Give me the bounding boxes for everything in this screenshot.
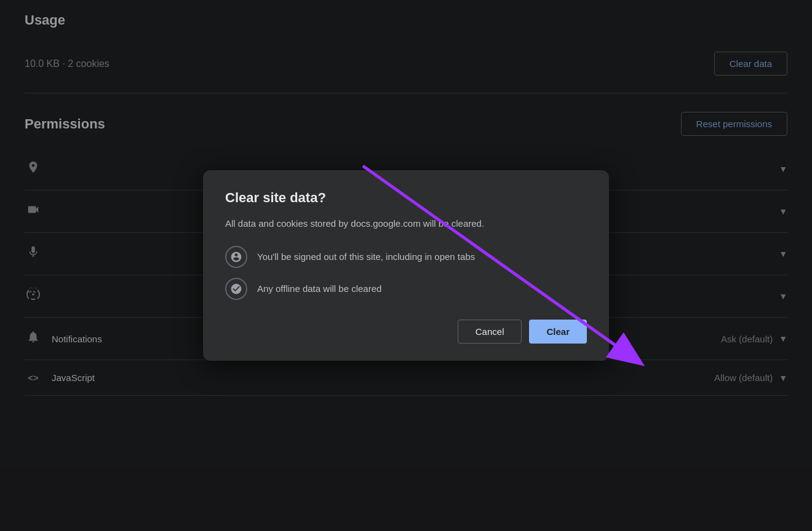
signout-text: You'll be signed out of this site, inclu… [257,251,475,262]
clear-site-data-dialog: Clear site data? All data and cookies st… [203,170,609,361]
clear-button[interactable]: Clear [529,320,587,344]
dialog-actions: Cancel Clear [225,320,587,344]
dialog-list: You'll be signed out of this site, inclu… [225,246,587,300]
offline-icon [225,278,247,300]
dialog-description: All data and cookies stored by docs.goog… [225,217,587,231]
cancel-button[interactable]: Cancel [458,320,522,344]
dialog-title: Clear site data? [225,190,587,206]
signout-icon [225,246,247,268]
dialog-overlay: Clear site data? All data and cookies st… [0,0,812,531]
offline-text: Any offline data will be cleared [257,283,381,294]
list-item-offline: Any offline data will be cleared [225,278,587,300]
list-item-signout: You'll be signed out of this site, inclu… [225,246,587,268]
